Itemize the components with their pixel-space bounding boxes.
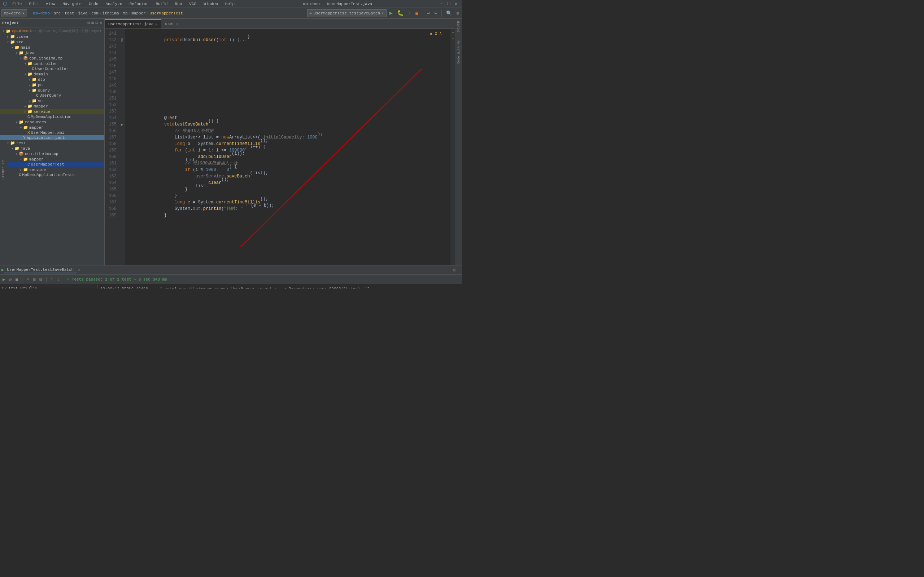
- search-everywhere-button[interactable]: 🔍: [445, 10, 453, 17]
- minimize-button[interactable]: —: [439, 1, 444, 7]
- menu-file[interactable]: File: [10, 1, 24, 7]
- run-config-selector[interactable]: ▶ UserMapperTest.testSaveBatch ▾: [307, 10, 386, 17]
- run-tab-label[interactable]: UserMapperTest.testSaveBatch: [4, 267, 76, 273]
- run-tab-close-icon[interactable]: ✕: [78, 268, 81, 272]
- tree-label: main: [21, 45, 30, 50]
- menu-code[interactable]: Code: [87, 1, 100, 7]
- tree-item-mp-demo-app[interactable]: C MpDemoApplication: [0, 114, 104, 119]
- tree-item-application-yaml[interactable]: Y application.yaml: [0, 135, 104, 140]
- tree-item-service-main[interactable]: ▸ 📁 service: [0, 109, 104, 114]
- breadcrumb-itheima[interactable]: itheima: [102, 11, 119, 16]
- expand-arrow: ▾: [6, 40, 10, 44]
- panel-close-icon[interactable]: ✕: [100, 20, 102, 26]
- breadcrumb-mp[interactable]: mp: [123, 11, 128, 16]
- close-button[interactable]: ✕: [453, 1, 459, 7]
- tree-item-domain[interactable]: ▾ 📁 domain: [0, 71, 104, 77]
- tree-item-mapper-resources[interactable]: ▾ 📁 mapper: [0, 125, 104, 130]
- run-gutter-icon[interactable]: ▶: [121, 122, 123, 127]
- menu-analyze[interactable]: Analyze: [103, 1, 124, 7]
- rerun-button[interactable]: ▶: [2, 276, 6, 283]
- stop-run-button[interactable]: ◼: [15, 276, 19, 283]
- breadcrumb-mapper[interactable]: mapper: [131, 11, 146, 16]
- breadcrumb-com[interactable]: com: [91, 11, 99, 16]
- tree-item-query[interactable]: ▾ 📁 query: [0, 88, 104, 93]
- tree-item-test[interactable]: ▾ 📁 test: [0, 140, 104, 146]
- tree-label: domain: [34, 72, 48, 76]
- project-selector[interactable]: mp-demo ▾: [2, 10, 27, 17]
- prev-button[interactable]: ↑: [50, 276, 55, 282]
- tree-item-mapper-test[interactable]: ▾ 📁 mapper: [0, 156, 104, 162]
- tree-item-com-itheima-mp-test[interactable]: ▾ 📦 com.itheima.mp: [0, 151, 104, 156]
- package-icon: 📦: [23, 56, 28, 61]
- tree-item-service-test[interactable]: ▸ 📁 service: [0, 167, 104, 172]
- tree-item-controller[interactable]: ▾ 📁 controller: [0, 61, 104, 66]
- test-pass-icon: ✓: [5, 285, 7, 288]
- expand-arrow: ▾: [10, 147, 15, 151]
- rerun-failed-button[interactable]: ↺: [8, 276, 13, 283]
- menu-window[interactable]: Window: [201, 1, 220, 7]
- tree-item-test-java[interactable]: ▾ 📁 java: [0, 146, 104, 151]
- settings-button[interactable]: ⚙: [455, 10, 460, 17]
- codewithme-icon[interactable]: Code With Me: [456, 40, 461, 64]
- test-results-root[interactable]: ▾ ✓ Test Results: [0, 285, 97, 288]
- tree-label: mapper: [29, 157, 44, 161]
- debug-button[interactable]: 🐛: [396, 9, 405, 17]
- menu-refactor[interactable]: Refactor: [128, 1, 151, 7]
- menu-help[interactable]: Help: [223, 1, 237, 7]
- tree-item-po[interactable]: ▸ 📁 po: [0, 82, 104, 88]
- tree-item-mp-demo[interactable]: ▾ 📁 mp-demo D:\a桌\SpringCloud微服务—资料\day0…: [0, 28, 104, 34]
- run-minimize-icon[interactable]: —: [458, 267, 460, 272]
- window-controls[interactable]: — □ ✕: [439, 1, 459, 7]
- tree-item-user-mapper-xml[interactable]: X UserMapper.xml: [0, 130, 104, 135]
- menu-view[interactable]: View: [44, 1, 57, 7]
- tab-user[interactable]: user ✕: [162, 19, 182, 29]
- tree-item-resources[interactable]: ▾ 📁 resources: [0, 119, 104, 125]
- tree-item-com-itheima-mp[interactable]: ▾ 📦 com.itheima.mp: [0, 56, 104, 61]
- tree-label: mapper: [29, 126, 44, 130]
- breadcrumb-current[interactable]: UserMapperTest: [149, 11, 183, 16]
- menu-navigate[interactable]: Navigate: [60, 1, 84, 7]
- run-settings-icon[interactable]: ⚙: [452, 267, 456, 273]
- undo-button[interactable]: ↩: [426, 10, 432, 17]
- cog-icon[interactable]: ⚙: [87, 20, 90, 26]
- tree-item-java[interactable]: ▾ 📁 java: [0, 50, 104, 56]
- tab-user-mapper-test[interactable]: UserMapperTest.java ✕: [105, 19, 162, 29]
- tree-item-user-controller[interactable]: C UserController: [0, 66, 104, 71]
- collapse-icon[interactable]: ⊟: [96, 20, 98, 26]
- tree-label: vo: [38, 99, 43, 103]
- breadcrumb-mp-demo[interactable]: mp-demo: [33, 11, 50, 16]
- maximize-button[interactable]: □: [446, 1, 452, 7]
- menu-edit[interactable]: Edit: [27, 1, 40, 7]
- tree-item-dto[interactable]: ▸ 📁 dto: [0, 77, 104, 82]
- bottom-panel: ▶ UserMapperTest.testSaveBatch ✕ ⚙ — ▶ ↺…: [0, 265, 462, 288]
- stop-button[interactable]: ◼: [414, 10, 420, 17]
- tree-item-src[interactable]: ▾ 📁 src: [0, 39, 104, 45]
- breadcrumb-java[interactable]: java: [78, 11, 87, 16]
- menu-vcs[interactable]: VCS: [187, 1, 199, 7]
- expand-all-button[interactable]: ⊞: [32, 276, 37, 283]
- tab-close-icon[interactable]: ✕: [155, 22, 157, 27]
- tree-item-user-query[interactable]: C UserQuery: [0, 93, 104, 98]
- tree-item-user-mapper-test[interactable]: C UserMapperTest: [0, 162, 104, 167]
- run-button[interactable]: ▶: [388, 9, 394, 17]
- tree-item-mp-demo-app-tests[interactable]: C MpDemoApplicationTests: [0, 172, 104, 177]
- tree-item-mapper-main[interactable]: ▸ 📁 mapper: [0, 103, 104, 109]
- maven-icon[interactable]: Maven: [456, 20, 461, 32]
- redo-button[interactable]: ↪: [433, 10, 439, 17]
- run-with-coverage-button[interactable]: ⚡: [407, 10, 412, 17]
- breadcrumb-src[interactable]: src: [54, 11, 61, 16]
- structure-icon[interactable]: Structure: [2, 160, 5, 180]
- code-line-167: long e = System.currentTimeMillis();: [128, 199, 447, 206]
- breadcrumb-test[interactable]: test: [65, 11, 74, 16]
- collapse-all-button[interactable]: ⊟: [38, 276, 43, 283]
- code-editor[interactable]: private User buildUser(int i) {...} @Tes…: [125, 29, 451, 265]
- sort-button[interactable]: ≡: [25, 276, 30, 282]
- expand-icon[interactable]: ⊞: [91, 20, 94, 26]
- tab-close-icon-2[interactable]: ✕: [176, 22, 178, 26]
- next-button[interactable]: ↓: [56, 276, 61, 282]
- tree-item-main[interactable]: ▾ 📁 main: [0, 45, 104, 50]
- menu-build[interactable]: Build: [153, 1, 170, 7]
- tree-item-vo[interactable]: ▸ 📁 vo: [0, 98, 104, 103]
- menu-run[interactable]: Run: [173, 1, 184, 7]
- tree-item-idea[interactable]: ▸ 📁 .idea: [0, 34, 104, 39]
